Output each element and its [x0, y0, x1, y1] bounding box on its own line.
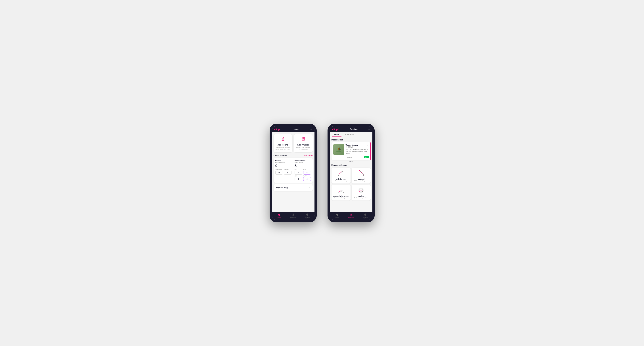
app-header: clippd Home ≡	[272, 126, 314, 132]
add-practice-desc: Capture your practice off-the-course	[295, 147, 311, 150]
app-value: 4	[303, 171, 311, 175]
nav-capture-2[interactable]: Capture	[358, 213, 372, 218]
golf-bag-row[interactable]: My Golf Bag ›	[274, 184, 313, 191]
last3months-title: Last 3 Months	[274, 155, 287, 157]
carousel-dots	[332, 161, 370, 162]
nav-activities-2[interactable]: Activities	[344, 213, 358, 218]
svg-point-12	[338, 175, 339, 176]
add-practice-card[interactable]: Add Practice Capture your practice off-t…	[294, 134, 313, 152]
svg-point-22	[342, 190, 343, 190]
practice-title: Practice	[350, 128, 358, 131]
drill-name: Wedge Ladder	[346, 144, 369, 146]
most-popular-title: Most Popular	[332, 139, 370, 141]
add-practice-icon	[301, 137, 306, 143]
nav-home-2[interactable]: Home	[330, 213, 344, 218]
svg-point-8	[339, 148, 340, 149]
activities-nav-label-2: Activities	[348, 217, 354, 218]
phone-home: clippd Home ≡ A	[270, 124, 317, 222]
chevron-right-icon: ›	[310, 186, 310, 189]
shots-count: 9 shots	[347, 156, 352, 158]
tournament-label: Tournament	[276, 169, 283, 170]
drill-thumbnail	[333, 144, 344, 155]
drills-capture-label: Drills Capture	[294, 162, 311, 164]
svg-point-30	[361, 188, 362, 189]
svg-point-28	[359, 191, 360, 192]
skill-approach[interactable]: Approach Dial-in to hit the green	[352, 168, 370, 183]
skill-around-the-green[interactable]: Around The Green Hone your short game	[332, 184, 350, 200]
nav-home[interactable]: Home	[272, 213, 286, 218]
explore-title: Explore skill areas	[332, 164, 370, 166]
tournament-col: Tournament 0	[276, 169, 283, 175]
rounds-title: Rounds	[276, 160, 292, 162]
bottom-nav-home: Home Activities Capture	[272, 212, 314, 220]
action-cards: Add Round Record your shots in fast or e…	[272, 132, 314, 154]
svg-point-15	[360, 171, 361, 172]
ott-value: 0	[294, 171, 302, 175]
svg-point-29	[362, 191, 363, 192]
practice-logo: clippd	[332, 128, 339, 131]
svg-point-6	[336, 151, 341, 152]
dot-2[interactable]	[350, 161, 352, 162]
tournament-value: 0	[276, 171, 283, 175]
home-nav-label: Home	[277, 217, 281, 218]
app-col: APP 4	[303, 169, 311, 175]
practice-hamburger-icon[interactable]: ≡	[368, 128, 370, 131]
approach-name: Approach	[357, 178, 365, 180]
svg-point-9	[341, 172, 342, 172]
tab-favourites[interactable]: Favourites	[342, 132, 356, 137]
rounds-total: 0	[276, 164, 292, 168]
practice-value: 0	[284, 171, 292, 175]
home-nav-icon	[277, 213, 280, 217]
dot-1[interactable]	[349, 161, 350, 162]
drills-sub-row-2: ARG 0 PUTT 4	[294, 175, 311, 181]
nav-activities[interactable]: Activities	[286, 213, 300, 218]
arg-label: ARG	[294, 175, 302, 176]
rounds-col: Rounds Rounds Capture 0 Tournament 0 Pra…	[276, 160, 292, 181]
svg-point-32	[362, 189, 362, 190]
drill-shots: ● 9 shots	[346, 156, 352, 158]
putt-label: PUTT	[303, 175, 311, 176]
app-logo: clippd	[274, 128, 281, 131]
hamburger-icon[interactable]: ≡	[310, 128, 312, 131]
most-popular-section: Most Popular	[330, 137, 372, 163]
tab-bar: Drills Favourites	[330, 132, 372, 137]
skill-putting[interactable]: Putting Make and lag practice	[352, 184, 370, 200]
drill-range: 50–100 yds	[346, 146, 369, 148]
home-nav-label-2: Home	[335, 217, 338, 218]
practice-label: Practice	[284, 169, 292, 170]
arg-value: 0	[294, 177, 302, 181]
add-practice-title: Add Practice	[297, 144, 309, 146]
drill-star[interactable]: ☆	[367, 144, 369, 147]
putting-desc: Make and lag practice	[354, 197, 368, 199]
capture-nav-label: Capture	[305, 217, 310, 218]
nav-capture[interactable]: Capture	[300, 213, 314, 218]
home-nav-icon-2	[335, 213, 338, 217]
activities-nav-icon	[292, 213, 294, 217]
bottom-nav-practice: Home Activities Capture	[330, 212, 372, 220]
add-round-desc: Record your shots in fast or enhanced mo…	[275, 147, 291, 150]
practice-col: Practice 0	[284, 169, 292, 175]
add-round-card[interactable]: Add Round Record your shots in fast or e…	[274, 134, 292, 152]
wedge-ladder-card[interactable]: Wedge Ladder 50–100 yds Play 1 shot at e…	[332, 142, 370, 160]
app-badge: APP	[364, 156, 368, 158]
dot-3[interactable]	[352, 161, 353, 162]
golf-bag-label: My Golf Bag	[276, 186, 288, 189]
tab-drills[interactable]: Drills	[332, 132, 342, 137]
drills-title: Practice Drills	[294, 160, 311, 162]
around-the-green-icon	[337, 186, 345, 194]
skill-off-the-tee[interactable]: Off The Tee Power and accuracy	[332, 168, 350, 183]
stats-row: Rounds Rounds Capture 0 Tournament 0 Pra…	[276, 160, 311, 181]
drill-desc: Play 1 shot at each target yardage. If y…	[346, 149, 369, 154]
drill-footer: ● 9 shots APP	[346, 156, 369, 158]
arg-col: ARG 0	[294, 175, 302, 181]
last3months-header: Last 3 Months View Activity	[272, 154, 314, 158]
drills-sub-row: OTT 0 APP 4	[294, 169, 311, 175]
svg-point-31	[360, 189, 360, 190]
approach-desc: Dial-in to hit the green	[354, 180, 368, 182]
off-the-tee-icon	[337, 170, 345, 177]
capture-nav-icon	[306, 213, 309, 217]
view-activity-link[interactable]: View Activity	[304, 155, 313, 157]
add-round-title: Add Round	[278, 144, 288, 146]
off-the-tee-name: Off The Tee	[336, 178, 346, 180]
app-label: APP	[303, 169, 311, 170]
